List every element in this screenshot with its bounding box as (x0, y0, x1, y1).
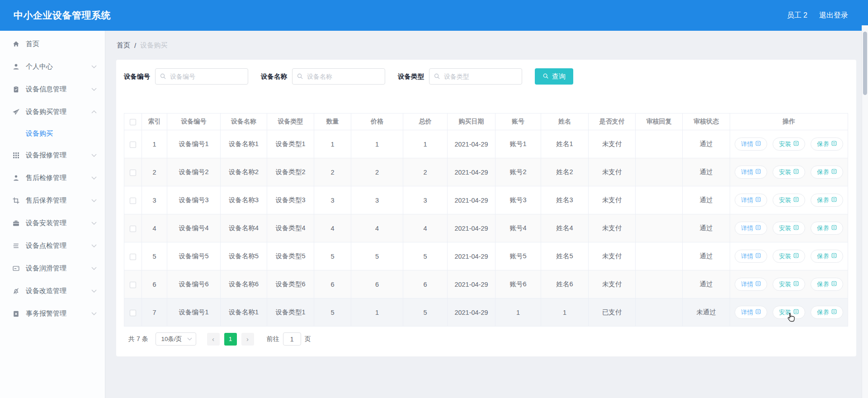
table-row: 3设备编号3设备名称3设备类型33332021-04-29账号3姓名3未支付通过… (124, 186, 848, 214)
row-checkbox[interactable] (130, 226, 136, 232)
cell-code: 设备编号3 (167, 186, 221, 214)
install-button[interactable]: 安装 (773, 137, 805, 151)
chevron-down-icon (91, 289, 97, 293)
cell-index: 4 (142, 214, 167, 242)
row-checkbox[interactable] (130, 254, 136, 260)
detail-button[interactable]: 详情 (735, 222, 767, 235)
page-size-select[interactable]: 10条/页 (156, 332, 196, 346)
filter-input-2[interactable] (292, 68, 385, 85)
detail-button[interactable]: 详情 (735, 137, 767, 151)
sidebar-item-10[interactable]: 设备润滑管理 (0, 257, 105, 280)
cell-person: 姓名6 (541, 270, 589, 298)
detail-button[interactable]: 详情 (735, 306, 767, 319)
install-button[interactable]: 安装 (773, 278, 805, 291)
cell-type: 设备类型3 (267, 186, 314, 214)
install-button[interactable]: 安装 (773, 166, 805, 179)
cell-code: 设备编号1 (167, 130, 221, 158)
logout-link[interactable]: 退出登录 (819, 11, 848, 20)
cell-date: 2021-04-29 (448, 298, 495, 327)
row-checkbox[interactable] (130, 142, 136, 148)
install-button[interactable]: 安装 (773, 194, 805, 207)
cell-account: 账号5 (495, 242, 541, 270)
detail-button[interactable]: 详情 (735, 250, 767, 263)
sidebar-item-4[interactable]: 设备购买管理 (0, 100, 105, 123)
detail-button[interactable]: 详情 (735, 194, 767, 207)
goto-page-input[interactable] (283, 332, 301, 346)
sidebar-item-3[interactable]: 设备信息管理 (0, 78, 105, 100)
cell-status: 通过 (683, 130, 730, 158)
sidebar-item-12[interactable]: 事务报警管理 (0, 302, 105, 325)
cell-actions: 详情安装保养 (730, 298, 848, 327)
doc-icon (793, 253, 799, 260)
row-checkbox[interactable] (130, 198, 136, 204)
sidebar-item-9[interactable]: 设备点检管理 (0, 234, 105, 257)
column-header: 审核状态 (683, 114, 730, 130)
vertical-scrollbar[interactable] (862, 25, 868, 398)
maintain-button[interactable]: 保养 (811, 194, 843, 207)
maintain-button[interactable]: 保养 (811, 250, 843, 263)
sidebar-item-label: 个人中心 (26, 62, 90, 71)
column-header: 设备类型 (267, 114, 314, 130)
row-checkbox[interactable] (130, 310, 136, 316)
sidebar-item-5[interactable]: 设备报修管理 (0, 144, 105, 166)
column-header: 操作 (730, 114, 848, 130)
page-1-button[interactable]: 1 (224, 333, 237, 346)
bell-off-icon (12, 287, 20, 295)
doc-icon (831, 281, 837, 288)
doc-icon (793, 169, 799, 175)
cell-date: 2021-04-29 (448, 242, 495, 270)
detail-button[interactable]: 详情 (735, 166, 767, 179)
sidebar-item-7[interactable]: 售后保养管理 (0, 189, 105, 212)
breadcrumb: 首页 / 设备购买 (105, 31, 868, 60)
breadcrumb-home[interactable]: 首页 (117, 41, 130, 50)
detail-button[interactable]: 详情 (735, 278, 767, 291)
cell-name: 设备名称1 (221, 298, 267, 327)
doc-icon (755, 225, 761, 232)
row-checkbox[interactable] (130, 282, 136, 288)
cell-total: 6 (403, 270, 448, 298)
sidebar-item-1[interactable]: 首页 (0, 33, 105, 55)
cell-type: 设备类型4 (267, 214, 314, 242)
cell-index: 5 (142, 242, 167, 270)
filter-input-3[interactable] (429, 68, 522, 85)
select-all-checkbox[interactable] (130, 119, 136, 125)
cell-status: 通过 (683, 186, 730, 214)
current-user[interactable]: 员工 2 (787, 11, 807, 20)
cell-code: 设备编号2 (167, 158, 221, 186)
cell-name: 设备名称3 (221, 186, 267, 214)
sidebar-item-8[interactable]: 设备安装管理 (0, 212, 105, 234)
maintain-button[interactable]: 保养 (811, 137, 843, 151)
doc-icon (755, 197, 761, 204)
maintain-button[interactable]: 保养 (811, 278, 843, 291)
next-page-button[interactable]: › (241, 333, 254, 346)
cell-actions: 详情安装保养 (730, 130, 848, 158)
sidebar-item-11[interactable]: 设备改造管理 (0, 280, 105, 302)
cell-name: 设备名称5 (221, 242, 267, 270)
maintain-button[interactable]: 保养 (811, 306, 843, 319)
cell-actions: 详情安装保养 (730, 158, 848, 186)
doc-icon (831, 253, 837, 260)
column-header: 总价 (403, 114, 448, 130)
person-icon (12, 174, 20, 182)
send-icon (12, 108, 20, 116)
cell-price: 4 (351, 214, 403, 242)
cell-total: 2 (403, 158, 448, 186)
install-button[interactable]: 安装 (773, 306, 805, 319)
sidebar-item-2[interactable]: 个人中心 (0, 55, 105, 78)
cell-actions: 详情安装保养 (730, 270, 848, 298)
search-button[interactable]: 查询 (535, 68, 573, 85)
install-button[interactable]: 安装 (773, 250, 805, 263)
maintain-button[interactable]: 保养 (811, 222, 843, 235)
cell-price: 1 (351, 130, 403, 158)
sidebar-item-6[interactable]: 售后检修管理 (0, 166, 105, 189)
cell-date: 2021-04-29 (448, 214, 495, 242)
row-checkbox[interactable] (130, 170, 136, 176)
sidebar-subitem-设备购买[interactable]: 设备购买 (0, 123, 105, 144)
doc-icon (755, 141, 761, 147)
maintain-button[interactable]: 保养 (811, 166, 843, 179)
filter-bar: 设备编号设备名称设备类型查询 (124, 68, 848, 85)
filter-input-1[interactable] (155, 68, 248, 85)
prev-page-button[interactable]: ‹ (207, 333, 220, 346)
install-button[interactable]: 安装 (773, 222, 805, 235)
scrollbar-thumb[interactable] (863, 32, 867, 95)
